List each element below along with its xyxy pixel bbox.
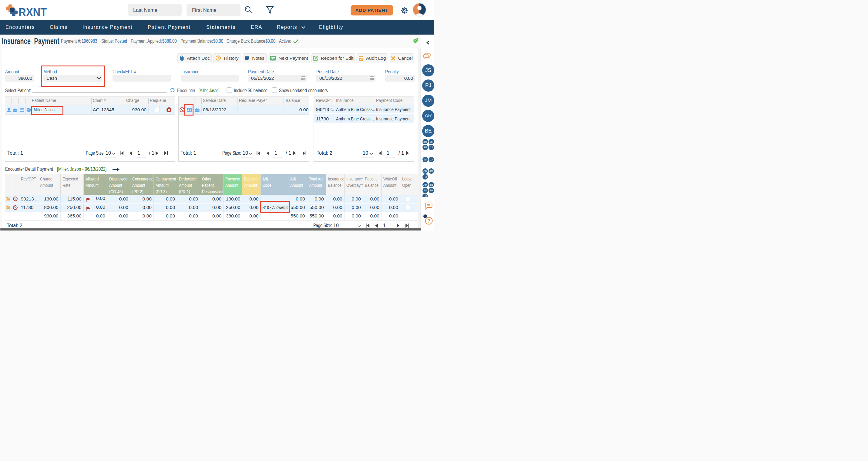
svg-text:$: $ — [271, 56, 273, 60]
svg-text:RXNT: RXNT — [19, 6, 47, 17]
svg-text:?: ? — [428, 218, 431, 223]
